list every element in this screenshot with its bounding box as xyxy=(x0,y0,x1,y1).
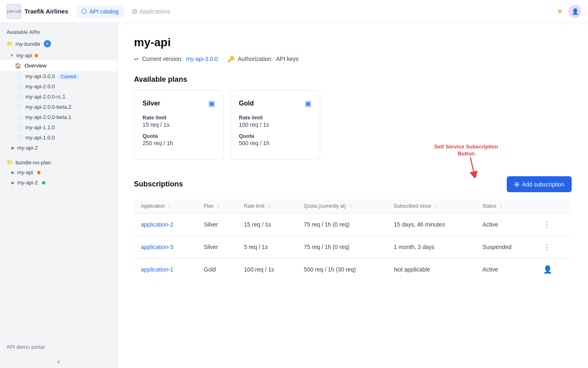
cell-quota-1: 75 req / 1h (0 req) xyxy=(297,236,387,258)
sidebar-version-2.0.0[interactable]: 📄 my-api-2.0.0 xyxy=(0,81,117,92)
authorization-value: API keys xyxy=(276,56,298,62)
sort-icon-plan[interactable]: ⇅ xyxy=(216,204,220,209)
chevron-right-icon: ▶ xyxy=(11,146,15,150)
gold-quota-value: 500 req / 1h xyxy=(239,140,312,146)
silver-rate-limit-value: 15 req / 1s xyxy=(143,121,215,128)
key-icon: 🔑 xyxy=(227,56,234,62)
sidebar-version-2.0.0-beta1[interactable]: 📄 my-api-2.0.0-beta.1 xyxy=(0,112,117,122)
app-link-application-3[interactable]: application-3 xyxy=(141,244,173,250)
cell-status-2: Active xyxy=(476,258,534,281)
sidebar-nav-overview[interactable]: 🏠 Overview xyxy=(0,60,117,71)
authorization-meta: 🔑 Authorization: API keys xyxy=(227,56,298,62)
sidebar-bundle-my-bundle[interactable]: 📁 my-bundle + xyxy=(0,38,117,49)
app-title: Traefik Airlines xyxy=(24,8,68,15)
api-name-my-api: my-api xyxy=(16,52,32,58)
folder-icon-no-plan: 📁 xyxy=(7,159,13,166)
sidebar-version-1.0.0[interactable]: 📄 my-api-1.0.0 xyxy=(0,132,117,143)
row-actions-button-0[interactable]: ⋮ xyxy=(541,219,553,230)
col-status: Status ⇅ xyxy=(476,199,534,213)
gold-rate-limit-value: 100 req / 1s xyxy=(239,121,312,128)
sidebar-no-plan-my-api-2[interactable]: ▶ my-api-2 xyxy=(0,177,117,188)
sidebar-api-my-api-2[interactable]: ▶ my-api-2 xyxy=(0,143,117,153)
cell-subscribed-since-0: 15 days, 46 minutes xyxy=(387,213,476,236)
subscriptions-title: Subscriptions xyxy=(134,180,183,188)
annotation-text: Self Service SubscriptionButton xyxy=(434,144,498,157)
chevron-right-icon-3: ▶ xyxy=(11,180,15,185)
sidebar: Available APIs 📁 my-bundle + ▼ my-api 🏠 … xyxy=(0,23,118,368)
bundle-add-button[interactable]: + xyxy=(44,40,51,47)
cell-subscribed-since-2: Not applicable xyxy=(387,258,476,281)
col-subscribed-since: Subscribed since ⇅ xyxy=(387,199,476,213)
silver-quota-value: 250 req / 1h xyxy=(143,140,215,146)
app-logo[interactable]: 128×128 Traefik Airlines xyxy=(7,4,68,19)
sidebar-bundle-no-plan[interactable]: 📁 bundle-no-plan xyxy=(0,158,117,167)
cell-rate-limit-1: 5 req / 1s xyxy=(238,236,297,258)
plans-grid: Silver ▣ Rate limit 15 req / 1s Quota 25… xyxy=(134,90,572,160)
cell-plan-1: Silver xyxy=(197,236,238,258)
sidebar-version-1.1.0[interactable]: 📄 my-api-1.1.0 xyxy=(0,122,117,132)
logo-box: 128×128 xyxy=(7,4,21,19)
add-subscription-label: Add subscription xyxy=(522,181,564,188)
sidebar-api-my-api-header[interactable]: ▼ my-api xyxy=(0,51,117,60)
col-rate-limit: Rate limit ⇅ xyxy=(238,199,297,213)
main-layout: Available APIs 📁 my-bundle + ▼ my-api 🏠 … xyxy=(0,23,588,368)
nav-applications[interactable]: ⊞ Applications xyxy=(127,5,176,18)
sidebar-version-2.0.0-rc1[interactable]: 📄 my-api-2.0.0-rc.1 xyxy=(0,92,117,102)
app-link-application-2[interactable]: application-2 xyxy=(141,221,173,228)
doc-icon: 📄 xyxy=(16,125,22,130)
version-name-2.0.0: my-api-2.0.0 xyxy=(25,83,55,90)
bundle-no-plan-label: bundle-no-plan xyxy=(16,159,51,166)
doc-icon: 📄 xyxy=(16,135,22,140)
badge-current: Current xyxy=(58,74,79,79)
version-name-beta1: my-api-2.0.0-beta.1 xyxy=(25,114,71,120)
cell-quota-0: 75 req / 1h (0 req) xyxy=(297,213,387,236)
doc-icon: 📄 xyxy=(16,114,22,120)
add-subscription-button[interactable]: ⊕ Add subscription xyxy=(507,176,572,192)
app-link-application-1[interactable]: application-1 xyxy=(141,266,173,273)
available-plans-title: Available plans xyxy=(134,75,572,84)
applications-icon: ⊞ xyxy=(132,7,137,15)
cell-status-1: Suspended xyxy=(476,236,534,258)
sidebar-version-2.0.0-beta2[interactable]: 📄 my-api-2.0.0-beta.2 xyxy=(0,102,117,112)
col-actions xyxy=(534,199,572,213)
cell-plan-0: Silver xyxy=(197,213,238,236)
version-icon: ⇌ xyxy=(134,56,139,62)
col-plan: Plan ⇅ xyxy=(197,199,238,213)
current-version-link[interactable]: my-api-3.0.0 xyxy=(186,56,218,62)
col-quota: Quota (currently at) ⇅ xyxy=(297,199,387,213)
api-name-my-api-2: my-api-2 xyxy=(17,145,38,151)
cell-status-0: Active xyxy=(476,213,534,236)
table-row: application-1 Gold 100 req / 1s 500 req … xyxy=(134,258,572,281)
sort-icon-rate-limit[interactable]: ⇅ xyxy=(267,204,271,209)
theme-toggle-icon[interactable]: ☀ xyxy=(556,7,564,16)
plan-name-gold: Gold xyxy=(239,100,254,107)
api-catalog-icon: ⬡ xyxy=(81,7,87,15)
plan-card-silver: Silver ▣ Rate limit 15 req / 1s Quota 25… xyxy=(134,90,224,160)
sort-icon-application[interactable]: ⇅ xyxy=(168,204,171,209)
api-demo-portal-label: API demo portal xyxy=(7,344,111,350)
home-icon: 🏠 xyxy=(15,63,21,69)
cell-actions-0: ⋮ xyxy=(534,213,572,236)
sidebar-no-plan-my-api[interactable]: ▶ my-api xyxy=(0,167,117,177)
sidebar-collapse-button[interactable]: « xyxy=(0,355,117,368)
plan-name-silver: Silver xyxy=(143,100,160,107)
annotation-arrow-svg xyxy=(454,157,479,178)
nav-api-catalog[interactable]: ⬡ API catalog xyxy=(76,5,124,18)
row-actions-button-1[interactable]: ⋮ xyxy=(541,242,553,252)
subscriptions-table: Application ⇅ Plan ⇅ Rate limit ⇅ Quota … xyxy=(134,199,572,281)
sort-icon-status[interactable]: ⇅ xyxy=(499,204,503,209)
subscriptions-section-header: Subscriptions Self Service SubscriptionB… xyxy=(134,176,572,192)
table-header-row: Application ⇅ Plan ⇅ Rate limit ⇅ Quota … xyxy=(134,199,572,213)
row-actions-button-2[interactable]: 👤 xyxy=(541,264,555,275)
plan-icon-silver: ▣ xyxy=(208,99,215,108)
sort-icon-subscribed-since[interactable]: ⇅ xyxy=(434,204,437,209)
main-content: my-api ⇌ Current version: my-api-3.0.0 🔑… xyxy=(118,23,588,368)
plus-circle-icon: ⊕ xyxy=(514,180,519,188)
avatar[interactable]: 👤 xyxy=(568,5,581,18)
svg-line-0 xyxy=(470,157,474,175)
sidebar-overview-label: Overview xyxy=(24,63,47,69)
sidebar-version-3.0.0[interactable]: 📄 my-api-3.0.0 Current xyxy=(0,71,117,81)
chevron-down-icon: ▼ xyxy=(10,53,14,58)
topnav-right: ☀ 👤 xyxy=(556,5,581,18)
sort-icon-quota[interactable]: ⇅ xyxy=(349,204,352,209)
